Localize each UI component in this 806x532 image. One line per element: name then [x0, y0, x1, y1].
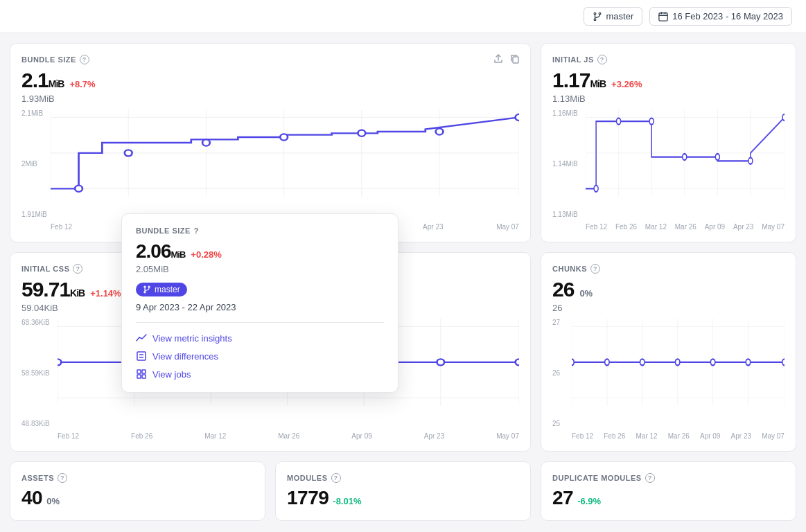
- initial-css-x-labels: Feb 12 Feb 26 Mar 12 Mar 26 Apr 09 Apr 2…: [58, 432, 519, 440]
- bundle-size-card: BUNDLE SIZE ? 2.1MiB +8.7% 1.93MiB: [10, 43, 531, 242]
- svg-point-32: [594, 186, 598, 192]
- tooltip-links: View metric insights View differences Vi…: [136, 332, 384, 380]
- duplicate-modules-value-row: 27 -6.9%: [552, 487, 785, 509]
- export-icon[interactable]: [493, 53, 504, 66]
- initial-js-value-row: 1.17MiB +3.26%: [552, 69, 785, 92]
- tooltip-change: +0.28%: [191, 249, 221, 260]
- bundle-size-chart: [51, 109, 519, 220]
- tooltip-date: 9 Apr 2023 - 22 Apr 2023: [136, 302, 384, 312]
- svg-rect-4: [513, 57, 518, 63]
- chunks-main: 26: [552, 278, 574, 301]
- duplicate-modules-card: DUPLICATE MODULES ? 27 -6.9%: [541, 461, 796, 521]
- tooltip-branch-badge: master: [136, 283, 187, 296]
- date-range-selector[interactable]: 16 Feb 2023 - 16 May 2023: [649, 7, 792, 26]
- assets-change: 0%: [46, 496, 60, 506]
- assets-main: 40: [21, 487, 42, 509]
- view-jobs-link[interactable]: View jobs: [136, 369, 384, 380]
- tooltip-value-row: 2.06MiB +0.28%: [136, 240, 384, 263]
- svg-point-67: [605, 359, 609, 365]
- chunks-chart-wrapper: 27 26 25: [552, 319, 785, 440]
- chunks-label: CHUNKS ?: [552, 264, 785, 274]
- tooltip-main: 2.06MiB: [136, 240, 185, 263]
- bundle-size-sub: 1.93MiB: [21, 94, 519, 104]
- duplicate-modules-label: DUPLICATE MODULES ?: [552, 473, 785, 483]
- svg-rect-80: [142, 370, 146, 373]
- svg-point-37: [748, 158, 753, 164]
- initial-css-help-icon[interactable]: ?: [73, 264, 82, 274]
- chunks-change: 0%: [579, 288, 593, 299]
- modules-help-icon[interactable]: ?: [331, 473, 341, 483]
- svg-rect-76: [137, 352, 146, 360]
- svg-point-20: [436, 128, 444, 134]
- svg-point-69: [675, 359, 679, 365]
- svg-point-66: [572, 359, 574, 365]
- chunks-card: CHUNKS ? 26 0% 26 27 26 25: [541, 252, 796, 452]
- view-differences-link[interactable]: View differences: [136, 351, 384, 362]
- date-range-label: 16 Feb 2023 - 16 May 2023: [672, 11, 783, 21]
- svg-point-16: [125, 150, 132, 156]
- svg-point-15: [75, 186, 82, 192]
- initial-js-label: INITIAL JS ?: [552, 55, 785, 64]
- initial-css-main: 59.71KiB: [21, 278, 85, 301]
- duplicate-modules-help-icon[interactable]: ?: [645, 473, 655, 483]
- branch-label: master: [606, 11, 634, 21]
- modules-main: 1779: [287, 487, 328, 509]
- svg-point-35: [683, 154, 687, 160]
- initial-js-chart: [586, 109, 785, 220]
- bundle-size-help-icon[interactable]: ?: [80, 55, 89, 64]
- modules-value-row: 1779 -8.01%: [287, 487, 519, 509]
- svg-point-68: [640, 359, 645, 365]
- svg-point-71: [746, 359, 750, 365]
- svg-point-72: [782, 359, 785, 365]
- modules-change: -8.01%: [333, 496, 361, 506]
- assets-label: ASSETS ?: [21, 473, 254, 483]
- svg-point-38: [782, 114, 785, 121]
- assets-help-icon[interactable]: ?: [58, 473, 67, 483]
- chunks-help-icon[interactable]: ?: [590, 264, 600, 274]
- svg-point-18: [280, 134, 288, 140]
- duplicate-modules-change: -6.9%: [577, 496, 601, 506]
- initial-js-sub: 1.13MiB: [552, 94, 785, 104]
- bundle-size-change: +8.7%: [69, 79, 95, 89]
- dashboard: BUNDLE SIZE ? 2.1MiB +8.7% 1.93MiB: [0, 33, 806, 531]
- copy-icon[interactable]: [509, 53, 520, 66]
- chunks-chart: [572, 319, 785, 429]
- tooltip-popup: BUNDLE SIZE ? 2.06MiB +0.28% 2.05MiB mas…: [121, 213, 398, 393]
- svg-point-54: [437, 359, 444, 365]
- tooltip-label: BUNDLE SIZE ?: [136, 227, 384, 235]
- duplicate-modules-main: 27: [552, 487, 573, 509]
- svg-rect-81: [137, 375, 141, 378]
- initial-css-change: +1.14%: [90, 288, 121, 299]
- svg-point-70: [710, 359, 715, 365]
- svg-point-36: [715, 154, 719, 160]
- svg-rect-3: [659, 12, 667, 20]
- svg-point-55: [516, 359, 519, 365]
- top-bar: master 16 Feb 2023 - 16 May 2023: [0, 0, 806, 33]
- chunks-x-labels: Feb 12 Feb 26 Mar 12 Mar 26 Apr 09 Apr 2…: [572, 432, 785, 440]
- initial-js-help-icon[interactable]: ?: [597, 55, 607, 64]
- svg-rect-79: [137, 370, 141, 373]
- svg-point-17: [202, 139, 210, 145]
- bundle-size-chart-wrapper: 2.1MiB 2MiB 1.91MiB: [21, 109, 519, 231]
- initial-js-card: INITIAL JS ? 1.17MiB +3.26% 1.13MiB 1.16…: [541, 43, 796, 242]
- view-metric-insights-link[interactable]: View metric insights: [136, 332, 384, 344]
- initial-js-x-labels: Feb 12 Feb 26 Mar 12 Mar 26 Apr 09 Apr 2…: [586, 223, 785, 231]
- svg-point-33: [617, 118, 621, 125]
- branch-selector[interactable]: master: [584, 7, 643, 26]
- assets-value-row: 40 0%: [21, 487, 254, 509]
- chunks-value-row: 26 0%: [552, 278, 785, 301]
- modules-label: MODULES ?: [287, 473, 519, 483]
- bundle-size-value-row: 2.1MiB +8.7%: [21, 69, 519, 92]
- tooltip-help-icon[interactable]: ?: [194, 227, 199, 235]
- assets-card: ASSETS ? 40 0%: [10, 461, 265, 521]
- tooltip-sub: 2.05MiB: [136, 264, 384, 274]
- initial-js-main: 1.17MiB: [552, 69, 606, 92]
- bundle-size-label: BUNDLE SIZE ?: [21, 55, 519, 64]
- svg-point-49: [58, 359, 61, 365]
- svg-point-19: [358, 130, 365, 136]
- card-actions: [493, 53, 520, 66]
- svg-rect-82: [142, 375, 146, 378]
- modules-card: MODULES ? 1779 -8.01%: [275, 461, 531, 521]
- svg-point-21: [516, 114, 519, 121]
- tooltip-divider: [136, 322, 384, 323]
